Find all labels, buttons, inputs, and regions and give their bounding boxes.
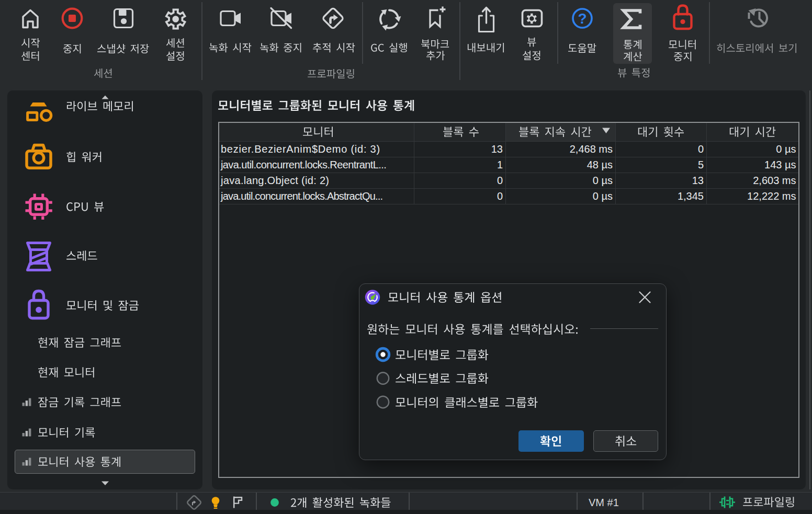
svg-text:?: ? [578, 10, 587, 27]
